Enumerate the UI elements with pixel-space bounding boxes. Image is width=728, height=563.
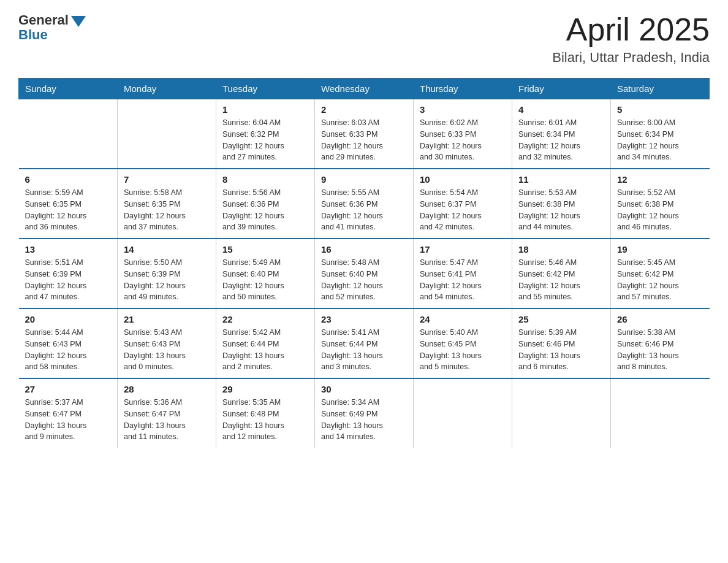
day-number: 7 (124, 174, 210, 185)
calendar-day-cell: 15Sunrise: 5:49 AMSunset: 6:40 PMDayligh… (216, 239, 315, 308)
logo-blue-text: Blue (18, 27, 48, 43)
day-info: Sunrise: 5:38 AMSunset: 6:46 PMDaylight:… (617, 327, 703, 373)
calendar-title: April 2025 (552, 12, 710, 47)
day-info: Sunrise: 5:42 AMSunset: 6:44 PMDaylight:… (222, 327, 308, 373)
day-info: Sunrise: 6:00 AMSunset: 6:34 PMDaylight:… (617, 117, 703, 163)
calendar-day-cell: 24Sunrise: 5:40 AMSunset: 6:45 PMDayligh… (414, 308, 512, 378)
calendar-day-cell (611, 378, 710, 448)
calendar-day-cell: 29Sunrise: 5:35 AMSunset: 6:48 PMDayligh… (216, 378, 315, 448)
day-number: 29 (222, 384, 308, 394)
day-number: 11 (518, 174, 604, 185)
calendar-day-cell: 9Sunrise: 5:55 AMSunset: 6:36 PMDaylight… (315, 169, 414, 239)
calendar-day-cell: 6Sunrise: 5:59 AMSunset: 6:35 PMDaylight… (19, 169, 118, 239)
calendar-day-cell: 13Sunrise: 5:51 AMSunset: 6:39 PMDayligh… (19, 239, 118, 308)
calendar-day-cell: 19Sunrise: 5:45 AMSunset: 6:42 PMDayligh… (611, 239, 710, 308)
day-number: 1 (222, 104, 308, 115)
page-header: General Blue April 2025 Bilari, Uttar Pr… (18, 12, 710, 66)
day-number: 12 (617, 174, 703, 185)
day-info: Sunrise: 5:37 AMSunset: 6:47 PMDaylight:… (25, 397, 112, 443)
calendar-day-cell: 23Sunrise: 5:41 AMSunset: 6:44 PMDayligh… (315, 308, 414, 378)
calendar-day-cell: 3Sunrise: 6:02 AMSunset: 6:33 PMDaylight… (414, 99, 512, 169)
calendar-weekday-header: Saturday (611, 79, 710, 99)
day-number: 26 (617, 314, 703, 324)
day-number: 18 (518, 244, 604, 255)
day-number: 9 (321, 174, 407, 185)
calendar-day-cell: 8Sunrise: 5:56 AMSunset: 6:36 PMDaylight… (216, 169, 315, 239)
day-info: Sunrise: 5:40 AMSunset: 6:45 PMDaylight:… (420, 327, 506, 373)
calendar-week-row: 13Sunrise: 5:51 AMSunset: 6:39 PMDayligh… (19, 239, 710, 308)
calendar-weekday-header: Monday (118, 79, 216, 99)
day-info: Sunrise: 5:53 AMSunset: 6:38 PMDaylight:… (518, 187, 604, 233)
day-number: 28 (124, 384, 210, 394)
day-number: 15 (222, 244, 308, 255)
day-info: Sunrise: 5:58 AMSunset: 6:35 PMDaylight:… (124, 187, 210, 233)
day-info: Sunrise: 5:54 AMSunset: 6:37 PMDaylight:… (420, 187, 506, 233)
calendar-day-cell (118, 99, 216, 169)
calendar-weekday-header: Tuesday (216, 79, 315, 99)
day-info: Sunrise: 5:39 AMSunset: 6:46 PMDaylight:… (518, 327, 604, 373)
calendar-table: SundayMondayTuesdayWednesdayThursdayFrid… (18, 78, 710, 448)
day-number: 14 (124, 244, 210, 255)
day-info: Sunrise: 5:36 AMSunset: 6:47 PMDaylight:… (124, 397, 210, 443)
day-info: Sunrise: 5:34 AMSunset: 6:49 PMDaylight:… (321, 397, 407, 443)
day-number: 6 (25, 174, 112, 185)
calendar-day-cell: 17Sunrise: 5:47 AMSunset: 6:41 PMDayligh… (414, 239, 512, 308)
calendar-day-cell: 21Sunrise: 5:43 AMSunset: 6:43 PMDayligh… (118, 308, 216, 378)
day-info: Sunrise: 5:44 AMSunset: 6:43 PMDaylight:… (25, 327, 112, 373)
day-number: 4 (518, 104, 604, 115)
day-number: 13 (25, 244, 112, 255)
calendar-day-cell: 22Sunrise: 5:42 AMSunset: 6:44 PMDayligh… (216, 308, 315, 378)
day-info: Sunrise: 5:47 AMSunset: 6:41 PMDaylight:… (420, 257, 506, 303)
calendar-weekday-header: Friday (512, 79, 611, 99)
calendar-header-row: SundayMondayTuesdayWednesdayThursdayFrid… (19, 79, 710, 99)
day-info: Sunrise: 5:52 AMSunset: 6:38 PMDaylight:… (617, 187, 703, 233)
day-number: 23 (321, 314, 407, 324)
calendar-subtitle: Bilari, Uttar Pradesh, India (552, 50, 710, 66)
day-info: Sunrise: 5:59 AMSunset: 6:35 PMDaylight:… (25, 187, 112, 233)
calendar-day-cell (512, 378, 611, 448)
day-number: 24 (420, 314, 506, 324)
day-number: 25 (518, 314, 604, 324)
calendar-day-cell: 14Sunrise: 5:50 AMSunset: 6:39 PMDayligh… (118, 239, 216, 308)
day-info: Sunrise: 5:35 AMSunset: 6:48 PMDaylight:… (222, 397, 308, 443)
calendar-day-cell: 11Sunrise: 5:53 AMSunset: 6:38 PMDayligh… (512, 169, 611, 239)
day-number: 8 (222, 174, 308, 185)
calendar-day-cell: 7Sunrise: 5:58 AMSunset: 6:35 PMDaylight… (118, 169, 216, 239)
day-number: 3 (420, 104, 506, 115)
day-info: Sunrise: 5:41 AMSunset: 6:44 PMDaylight:… (321, 327, 407, 373)
day-info: Sunrise: 5:50 AMSunset: 6:39 PMDaylight:… (124, 257, 210, 303)
calendar-day-cell (19, 99, 118, 169)
calendar-week-row: 6Sunrise: 5:59 AMSunset: 6:35 PMDaylight… (19, 169, 710, 239)
logo-general-text: General (18, 12, 69, 28)
day-info: Sunrise: 6:03 AMSunset: 6:33 PMDaylight:… (321, 117, 407, 163)
calendar-day-cell: 5Sunrise: 6:00 AMSunset: 6:34 PMDaylight… (611, 99, 710, 169)
calendar-day-cell: 30Sunrise: 5:34 AMSunset: 6:49 PMDayligh… (315, 378, 414, 448)
day-number: 20 (25, 314, 112, 324)
calendar-day-cell: 16Sunrise: 5:48 AMSunset: 6:40 PMDayligh… (315, 239, 414, 308)
day-number: 27 (25, 384, 112, 394)
calendar-week-row: 27Sunrise: 5:37 AMSunset: 6:47 PMDayligh… (19, 378, 710, 448)
calendar-day-cell: 2Sunrise: 6:03 AMSunset: 6:33 PMDaylight… (315, 99, 414, 169)
day-number: 2 (321, 104, 407, 115)
calendar-day-cell: 4Sunrise: 6:01 AMSunset: 6:34 PMDaylight… (512, 99, 611, 169)
calendar-day-cell: 10Sunrise: 5:54 AMSunset: 6:37 PMDayligh… (414, 169, 512, 239)
calendar-day-cell: 27Sunrise: 5:37 AMSunset: 6:47 PMDayligh… (19, 378, 118, 448)
day-number: 19 (617, 244, 703, 255)
day-info: Sunrise: 5:51 AMSunset: 6:39 PMDaylight:… (25, 257, 112, 303)
calendar-weekday-header: Wednesday (315, 79, 414, 99)
day-number: 5 (617, 104, 703, 115)
day-number: 10 (420, 174, 506, 185)
calendar-weekday-header: Sunday (19, 79, 118, 99)
calendar-day-cell: 1Sunrise: 6:04 AMSunset: 6:32 PMDaylight… (216, 99, 315, 169)
logo-arrow-icon (71, 16, 86, 27)
calendar-week-row: 1Sunrise: 6:04 AMSunset: 6:32 PMDaylight… (19, 99, 710, 169)
day-info: Sunrise: 6:01 AMSunset: 6:34 PMDaylight:… (518, 117, 604, 163)
calendar-day-cell: 12Sunrise: 5:52 AMSunset: 6:38 PMDayligh… (611, 169, 710, 239)
calendar-week-row: 20Sunrise: 5:44 AMSunset: 6:43 PMDayligh… (19, 308, 710, 378)
logo: General Blue (18, 12, 86, 43)
day-info: Sunrise: 5:43 AMSunset: 6:43 PMDaylight:… (124, 327, 210, 373)
calendar-day-cell (414, 378, 512, 448)
day-number: 21 (124, 314, 210, 324)
day-info: Sunrise: 5:55 AMSunset: 6:36 PMDaylight:… (321, 187, 407, 233)
calendar-day-cell: 18Sunrise: 5:46 AMSunset: 6:42 PMDayligh… (512, 239, 611, 308)
